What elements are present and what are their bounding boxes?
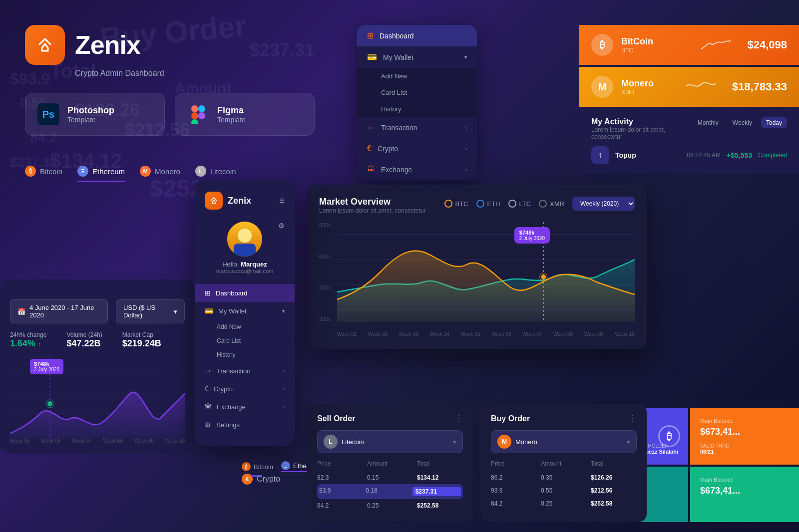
nav-card-list[interactable]: Card List <box>357 84 477 101</box>
y-label-800: 800k <box>319 222 331 228</box>
nav-dashboard[interactable]: ⊞ Dashboard <box>195 284 295 302</box>
y-axis-labels: 800k 600k 400k 200k <box>319 222 331 322</box>
top-nav-crypto-label: Crypto <box>378 145 398 153</box>
wallet-nav-label: My Wallet <box>218 307 247 315</box>
nav-history-sub[interactable]: History <box>217 348 295 362</box>
y-label-400: 400k <box>319 284 331 290</box>
crypto-nav-icon: € <box>205 385 209 393</box>
change-value: 1.64% ↑ <box>10 338 46 349</box>
ps-title: Photoshop <box>67 105 114 116</box>
svg-point-3 <box>198 112 205 119</box>
filter-eth[interactable]: ETH <box>476 200 500 208</box>
nav-wallet[interactable]: 💳 My Wallet ▾ <box>195 302 295 320</box>
filter-btc[interactable]: BTC <box>444 200 468 208</box>
market-panel: Market Overview Lorem ipsum dolor sit am… <box>307 185 647 349</box>
nav-history[interactable]: History <box>357 101 477 117</box>
monero-card[interactable]: M Monero XMR $18,783.33 <box>579 67 799 107</box>
svg-point-2 <box>191 112 198 119</box>
top-nav-transaction-label: Transaction <box>381 124 417 132</box>
topup-icon: ↑ <box>591 146 609 164</box>
currency-filter[interactable]: USD ($ US Dollar) ▾ <box>116 299 185 323</box>
chevron-right-icon: › <box>465 125 467 131</box>
balance-card-4[interactable]: Main Balance $673,41... <box>690 467 799 522</box>
settings-icon[interactable]: ⚙ <box>278 222 285 230</box>
user-greeting: Hello, Marquez <box>205 261 285 268</box>
tab-monero[interactable]: M Monero <box>140 166 180 182</box>
sidebar-panel: Zenix ≡ ⚙ Hello, Marquez marquezzzz@mail… <box>195 180 295 446</box>
nav-card-list-sub[interactable]: Card List <box>217 334 295 348</box>
ps-icon: Ps <box>37 103 59 125</box>
dashboard-nav-icon: ⊞ <box>205 289 211 297</box>
brand-logo <box>25 25 65 65</box>
buy-row-2: 93.9 0.55 $212.56 <box>491 484 637 497</box>
filter-monthly[interactable]: Monthly <box>693 117 724 128</box>
monero-select-icon: M <box>497 435 511 449</box>
bitcoin-name: BitCoin <box>621 36 685 47</box>
exchange-icon: 🏛 <box>367 165 375 174</box>
week-label: Week 06 <box>41 438 60 444</box>
filter-xmr[interactable]: XMR <box>539 200 564 208</box>
market-title: Market Overview <box>319 197 425 207</box>
chevron-down-icon: ▾ <box>174 308 177 315</box>
svg-point-4 <box>191 119 198 124</box>
eth-filter-dot <box>476 200 484 208</box>
hamburger-icon[interactable]: ≡ <box>279 196 285 206</box>
bottom-tab-bitcoin[interactable]: ₿ Bitcoin <box>242 462 273 471</box>
week-label: Week 07 <box>72 438 91 444</box>
monero-tab-label: Monero <box>155 167 180 176</box>
activity-status: Completed <box>758 152 787 159</box>
top-nav-exchange[interactable]: 🏛 Exchange › <box>357 159 477 180</box>
sell-order-panel: Sell Order ⋮ L Litecoin ▾ Price Amount T… <box>307 404 473 522</box>
bitcoin-card[interactable]: ₿ BitCoin BTC $24,098 <box>579 25 799 65</box>
filter-ltc[interactable]: LTC <box>508 200 531 208</box>
buy-coin-select[interactable]: M Monero ▾ <box>491 430 637 453</box>
buy-order-panel: Buy Order ⋮ M Monero ▾ Price Amount Tota… <box>481 404 647 522</box>
market-tooltip-date: 2 July 2020 <box>519 236 545 241</box>
photoshop-card[interactable]: Ps Photoshop Template <box>25 93 165 136</box>
nav-exchange[interactable]: 🏛 Exchange › <box>195 398 295 416</box>
xmr-filter-dot <box>539 200 547 208</box>
top-nav-crypto[interactable]: € Crypto › <box>357 138 477 159</box>
activity-row: ↑ Topup 06:24:45 AM +$5,553 Completed <box>591 146 787 164</box>
filter-today[interactable]: Today <box>761 117 787 128</box>
buy-row-1: 86.2 0.35 $126.26 <box>491 471 637 484</box>
calendar-icon: 📅 <box>17 308 25 315</box>
activity-amount: +$5,553 <box>727 151 752 159</box>
volume-stat: Volume (24h) $47.22B <box>66 331 102 349</box>
chevron-right-icon3: › <box>465 167 467 173</box>
nav-crypto[interactable]: € Crypto › <box>195 380 295 398</box>
svg-point-1 <box>191 105 198 112</box>
balance-label-4: Main Balance <box>700 477 789 483</box>
sell-coin-name: Litecoin <box>342 438 364 446</box>
top-nav-dashboard[interactable]: ⊞ Dashboard <box>357 25 477 46</box>
crypto-tab-icon: € <box>242 474 253 485</box>
balance-card-2[interactable]: Main Balance $673,41... VALID THRU 08/21 <box>690 408 799 465</box>
tab-ethereum[interactable]: Ξ Ethereum <box>77 166 125 182</box>
tab-bitcoin[interactable]: ₿ Bitcoin <box>25 166 62 182</box>
brand-subtitle: Crypto Admin Dashboard <box>75 69 315 78</box>
monero-value: $18,783.33 <box>732 80 787 93</box>
buy-order-menu[interactable]: ⋮ <box>629 414 637 423</box>
nav-add-new[interactable]: Add New <box>357 68 477 84</box>
week-label: Week 10 <box>165 438 185 444</box>
nav-add-new-sub[interactable]: Add New <box>217 320 295 334</box>
week-label: Week 09 <box>134 438 154 444</box>
filter-weekly[interactable]: Weekly <box>728 117 757 128</box>
nav-transaction[interactable]: ↔ Transaction › <box>195 362 295 380</box>
top-sidebar: ⊞ Dashboard 💳 My Wallet ▾ Add New Card L… <box>357 25 477 180</box>
nav-settings[interactable]: ⚙ Settings <box>195 416 295 434</box>
figma-card[interactable]: Figma Template <box>175 93 315 136</box>
top-nav-wallet[interactable]: 💳 My Wallet ▾ <box>357 46 477 68</box>
settings-nav-label: Settings <box>216 421 240 429</box>
sell-order-menu[interactable]: ⋮ <box>455 414 463 423</box>
sell-coin-select[interactable]: L Litecoin ▾ <box>317 430 463 453</box>
bitcoin-value: $24,098 <box>747 38 787 51</box>
bitcoin-tab-label: Bitcoin <box>40 167 62 176</box>
small-chart: $748k 2 July 2020 <box>10 354 185 444</box>
exchange-nav-icon: 🏛 <box>205 403 212 411</box>
date-filter[interactable]: 📅 4 June 2020 - 17 June 2020 <box>10 299 108 323</box>
period-select[interactable]: Weekly (2020) Monthly (2020) <box>572 197 635 211</box>
top-nav-transaction[interactable]: ↔ Transaction › <box>357 117 477 138</box>
volume-value: $47.22B <box>66 338 102 349</box>
monero-mini-chart <box>686 78 716 95</box>
